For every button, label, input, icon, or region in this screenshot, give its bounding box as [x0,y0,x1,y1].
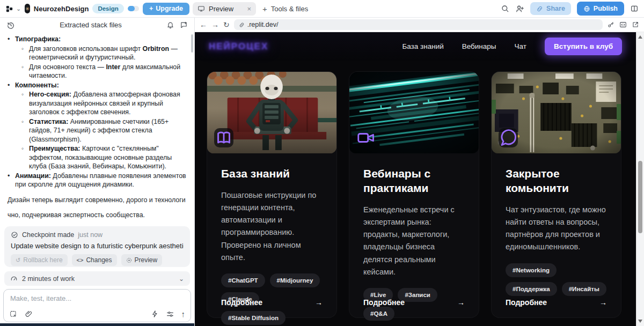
share-label: Share [546,5,565,12]
card-community[interactable]: Закрытое комьюнити Чат энтузиастов, где … [491,71,621,318]
card-more-link[interactable]: Подробнее → [506,298,607,307]
arrow-right-icon: → [599,298,607,307]
share-button[interactable]: Share [530,2,571,15]
card-webinars[interactable]: Вебинары с практиками Еженедельные встре… [349,71,479,318]
workspace-avatar[interactable]: ✳ [25,4,30,13]
new-thread-icon[interactable] [180,21,188,29]
tab-tools-files[interactable]: + Tools & files [262,4,308,13]
replit-logo-icon[interactable] [5,5,13,13]
tools-files-label: Tools & files [271,5,308,13]
site-nav: База знанийВебинарыЧат [402,42,526,50]
card-title: Закрытое комьюнити [506,167,607,196]
preview-scrollbar[interactable] [636,32,644,326]
back-icon[interactable]: ← [200,20,207,29]
bullet-glyph: • [8,81,15,90]
tab-preview[interactable]: Preview × [193,2,256,16]
globe-icon [583,5,590,12]
arrow-right-icon: → [457,298,465,307]
card-title: Вебинары с практиками [363,167,465,196]
history-icon[interactable] [6,21,15,29]
select-region-icon[interactable] [9,310,18,318]
join-club-button[interactable]: Вступить в клуб [545,38,622,55]
tag-pill: #Networking [506,263,557,277]
url-text: .replit.dev/ [247,21,279,28]
scrollbar-thumb[interactable] [638,161,642,233]
cards-section: База знаний Пошаговые инструкции по гене… [195,61,636,318]
more-label: Подробнее [221,298,262,307]
refresh-icon[interactable]: ↻ [223,20,230,29]
plus-icon: + [262,4,267,13]
outline-text: Анимации: Добавлены плавные появления эл… [15,172,189,189]
open-external-icon[interactable] [632,21,639,28]
chevron-down-icon[interactable]: ⌄ [179,275,184,283]
outline-text: Для заголовков использован шрифт Orbitro… [29,45,189,62]
outline-text: Статистика: Анимированные счетчики (165+… [29,117,189,144]
changes-button[interactable]: <> Changes [72,254,117,266]
close-icon[interactable]: × [247,5,251,13]
arrow-right-icon: → [315,298,323,307]
book-icon [214,128,233,147]
rollback-button[interactable]: ↺ Rollback here [11,254,68,266]
key-icon[interactable] [607,21,614,28]
tag-pill: #Инсайты [562,282,606,296]
url-bar[interactable]: .replit.dev/ [234,19,603,30]
agent-panel: Extracted stack files •Типографика:◦Для … [0,18,194,326]
outline-item: ◦Статистика: Анимированные счетчики (165… [8,117,189,144]
lightning-icon[interactable] [151,310,159,318]
usage-meter[interactable] [128,6,139,11]
card-title: База знаний [221,167,323,181]
card-knowledge-base[interactable]: База знаний Пошаговые инструкции по гене… [207,71,337,318]
card-more-link[interactable]: Подробнее → [221,298,323,307]
upgrade-button[interactable]: + Upgrade [143,3,189,15]
preview-button[interactable]: Preview [121,254,163,266]
agent-panel-header: Extracted stack files [0,18,194,32]
card-image-robot [207,72,336,153]
composer[interactable]: ↑ [3,289,191,322]
card-image-circuit-teal [349,72,479,153]
chevron-down-icon[interactable]: ⌄ [16,5,21,12]
gauge-icon [10,275,18,283]
checkpoint-actions: ↺ Rollback here <> Changes Preview [11,254,184,266]
rollback-icon: ↺ [16,257,20,264]
scroll-down-arrow[interactable] [638,320,642,323]
layout-columns-icon[interactable] [630,4,639,13]
nav-link[interactable]: Вебинары [462,42,496,50]
bullet-glyph: • [8,172,15,189]
agent-input[interactable] [9,293,185,305]
checkpoint-label: Checkpoint made [22,231,74,239]
nav-link[interactable]: Чат [515,42,526,50]
site-header: НЕЙРОЦЕХ База знанийВебинарыЧат Вступить… [195,32,636,61]
devtools-icon[interactable] [619,21,627,28]
outline-item: ◦Для заголовков использован шрифт Orbitr… [8,45,189,62]
browser-toolbar: ← → ↻ .replit.dev/ [195,18,644,32]
bullet-glyph: ◦ [21,63,29,80]
settings-sliders-icon[interactable] [166,310,174,318]
outline-list: •Типографика:◦Для заголовков использован… [8,35,189,189]
nav-link[interactable]: База знаний [402,42,443,50]
outline-item: ◦Hero-секция: Добавлена атмосферная фоно… [8,90,189,117]
bell-icon[interactable] [166,21,174,29]
card-description: Еженедельные встречи с экспертами рынка:… [363,204,465,278]
agent-message: •Типографика:◦Для заголовков использован… [0,33,191,224]
site-logo[interactable]: НЕЙРОЦЕХ [209,41,268,52]
changes-label: Changes [86,256,112,264]
forward-icon[interactable]: → [211,20,219,29]
workspace-name[interactable]: NeurozehDesign [34,5,89,13]
publish-button[interactable]: Publish [577,2,624,16]
bullet-glyph: ◦ [21,144,29,171]
outline-item: ◦Для основного текста — Inter для максим… [8,63,189,80]
invite-user-icon[interactable] [515,4,524,13]
outline-text: Компоненты: [15,81,59,90]
send-icon[interactable]: ↑ [181,309,186,318]
work-summary-bar[interactable]: 2 minutes of work ⌄ [4,271,190,286]
composer-toolbar: ↑ [9,309,185,318]
scroll-up-arrow[interactable] [638,35,642,39]
search-icon[interactable] [501,4,509,13]
closing-paragraph: Дизайн теперь выглядит современно, дорог… [8,196,188,205]
tag-pill: #Q&A [363,307,394,321]
card-more-link[interactable]: Подробнее → [363,298,465,307]
design-badge[interactable]: Design [92,4,123,13]
work-summary-label: 2 minutes of work [22,275,75,283]
attachment-icon[interactable] [25,310,33,318]
panel-scrollbar-thumb[interactable] [191,34,193,53]
